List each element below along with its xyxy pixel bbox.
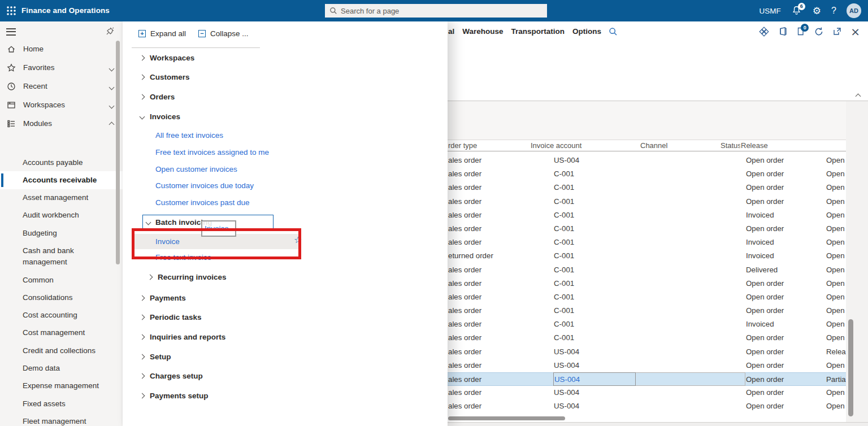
sidebar-item-recent[interactable]: Recent xyxy=(0,77,123,95)
table-row[interactable]: ales order C-001 Open order Open xyxy=(448,290,846,304)
cell-invoice-account[interactable]: C-001 xyxy=(553,167,636,181)
cell-invoice-account[interactable]: C-001 xyxy=(553,263,636,277)
tree-group-recurring-invoices[interactable]: Recurring invoices xyxy=(148,273,227,281)
cell-invoice-account[interactable]: US-004 xyxy=(553,372,636,386)
module-item[interactable]: Audit workbench xyxy=(0,207,123,224)
vertical-scrollbar[interactable] xyxy=(848,319,853,416)
sidebar-item-workspaces[interactable]: Workspaces xyxy=(0,95,123,114)
action-menu-item[interactable]: Warehouse xyxy=(462,27,503,36)
expand-all-button[interactable]: + Expand all xyxy=(138,29,186,38)
tree-group[interactable]: Charges setup xyxy=(123,366,439,386)
tree-group[interactable]: Payments xyxy=(123,288,439,308)
column-header[interactable]: rder type xyxy=(448,141,530,150)
hamburger-menu-icon[interactable] xyxy=(6,28,16,36)
table-row[interactable]: ales order US-004 Open order Releas xyxy=(448,345,846,359)
refresh-icon[interactable] xyxy=(814,27,824,37)
collapse-all-button[interactable]: − Collapse ... xyxy=(198,29,249,38)
menu-link[interactable]: Open customer invoices xyxy=(155,160,269,177)
table-row[interactable]: ales order C-001 Delivered Open xyxy=(448,263,846,277)
office-icon[interactable] xyxy=(778,27,787,36)
open-new-window-icon[interactable] xyxy=(832,27,842,36)
tree-group[interactable]: Customers xyxy=(123,68,439,88)
tree-group[interactable]: Invoices xyxy=(123,107,439,127)
table-row[interactable]: ales order C-001 Invoiced Open xyxy=(448,208,846,222)
module-item[interactable]: Accounts payable xyxy=(0,154,123,171)
favorite-star-icon[interactable]: ☆ xyxy=(294,236,302,245)
table-row[interactable]: ales order US-004 Open order Open xyxy=(448,399,846,413)
attachments-icon[interactable]: 0 xyxy=(796,27,805,36)
cell-invoice-account[interactable]: C-001 xyxy=(553,331,636,345)
menu-item-free-text-invoice[interactable]: Free text invoice xyxy=(155,253,211,262)
tree-group[interactable]: Payments setup xyxy=(123,386,439,406)
sidebar-item-favorites[interactable]: Favorites xyxy=(0,58,123,77)
cell-invoice-account[interactable]: US-004 xyxy=(553,359,636,372)
cell-invoice-account[interactable]: C-001 xyxy=(553,195,636,208)
collapse-section-chevron-icon[interactable] xyxy=(856,90,860,101)
menu-link[interactable]: Customer invoices due today xyxy=(155,177,269,194)
cell-invoice-account[interactable]: C-001 xyxy=(553,304,636,318)
horizontal-scrollbar[interactable] xyxy=(448,416,565,420)
table-row[interactable]: ales order C-001 Open order Open xyxy=(448,277,846,290)
column-header[interactable]: Status xyxy=(720,141,740,150)
table-row[interactable]: ales order C-001 Open order Open xyxy=(448,304,846,318)
tree-group[interactable]: Inquiries and reports xyxy=(123,327,439,347)
table-row[interactable]: ales order C-001 Open order Open xyxy=(448,222,846,236)
tree-group[interactable]: Orders xyxy=(123,87,439,107)
table-row[interactable]: ales order C-001 Invoiced Open xyxy=(448,318,846,331)
table-row[interactable]: ales order C-001 Open order Open xyxy=(448,167,846,181)
settings-gear-icon[interactable]: ⚙ xyxy=(813,6,821,16)
menu-link[interactable]: Customer invoices past due xyxy=(155,194,269,211)
table-row[interactable]: ales order C-001 Open order Open xyxy=(448,195,846,208)
sidebar-item-modules[interactable]: Modules xyxy=(0,114,123,133)
cell-invoice-account[interactable]: US-004 xyxy=(553,399,636,413)
sidebar-item-home[interactable]: Home xyxy=(0,40,123,58)
cell-invoice-account[interactable]: C-001 xyxy=(553,208,636,222)
module-item[interactable]: Accounts receivable xyxy=(0,171,123,189)
column-header[interactable]: Release xyxy=(740,141,768,150)
cell-invoice-account[interactable]: C-001 xyxy=(553,236,636,249)
power-apps-icon[interactable] xyxy=(759,27,769,37)
tree-group[interactable]: Workspaces xyxy=(123,48,439,68)
cell-invoice-account[interactable]: C-001 xyxy=(553,277,636,290)
module-item[interactable]: Credit and collections xyxy=(0,342,123,359)
table-row[interactable]: ales order C-001 Invoiced Open xyxy=(448,236,846,249)
actionbar-search-icon[interactable] xyxy=(609,27,618,36)
company-picker[interactable]: USMF xyxy=(760,7,781,15)
table-row[interactable]: ales order C-001 Open order Open xyxy=(448,331,846,345)
module-item[interactable]: Expense management xyxy=(0,377,123,395)
module-item[interactable]: Budgeting xyxy=(0,224,123,242)
tree-group[interactable]: Periodic tasks xyxy=(123,308,439,328)
cell-invoice-account[interactable]: US-004 xyxy=(553,345,636,359)
table-row[interactable]: ales order US-004 Open order Open xyxy=(448,359,846,372)
action-menu-item[interactable]: Transportation xyxy=(511,27,565,36)
column-header[interactable]: Invoice account xyxy=(530,141,640,150)
column-header[interactable]: Channel xyxy=(640,141,720,150)
module-item[interactable]: Cash and bank management xyxy=(0,242,123,271)
module-item[interactable]: Fleet management xyxy=(0,412,123,426)
close-icon[interactable]: × xyxy=(850,26,860,37)
account-avatar[interactable]: AD xyxy=(847,3,861,18)
sidebar-scrollbar[interactable] xyxy=(116,41,120,264)
module-item[interactable]: Asset management xyxy=(0,189,123,207)
cell-invoice-account[interactable]: C-001 xyxy=(553,181,636,194)
cell-invoice-account[interactable]: C-001 xyxy=(553,249,636,263)
table-row[interactable]: eturned order C-001 Invoiced Open xyxy=(448,249,846,263)
action-menu-item[interactable]: al xyxy=(448,27,454,36)
alerts-bell-icon[interactable]: 6 xyxy=(791,5,802,16)
tree-group[interactable]: Setup xyxy=(123,347,439,367)
table-row[interactable]: ales order US-004 Open order Open xyxy=(448,386,846,399)
table-row[interactable]: ales order US-004 Open order Partiall xyxy=(448,372,846,386)
table-row[interactable]: ales order C-001 Open order Open xyxy=(448,181,846,194)
cell-invoice-account[interactable]: C-001 xyxy=(553,290,636,304)
module-item[interactable]: Demo data xyxy=(0,360,123,377)
pin-icon[interactable] xyxy=(105,27,115,36)
page-search-input[interactable]: Search for a page xyxy=(325,4,547,18)
table-row[interactable]: ales order US-004 Open order Open xyxy=(448,154,846,167)
action-menu-item[interactable]: Options xyxy=(572,27,601,36)
help-icon[interactable]: ? xyxy=(831,6,836,16)
cell-invoice-account[interactable]: US-004 xyxy=(553,386,636,399)
menu-link[interactable]: Free text invoices assigned to me xyxy=(155,144,269,161)
module-item[interactable]: Consolidations xyxy=(0,289,123,306)
module-item[interactable]: Cost management xyxy=(0,324,123,342)
module-item[interactable]: Fixed assets xyxy=(0,395,123,412)
